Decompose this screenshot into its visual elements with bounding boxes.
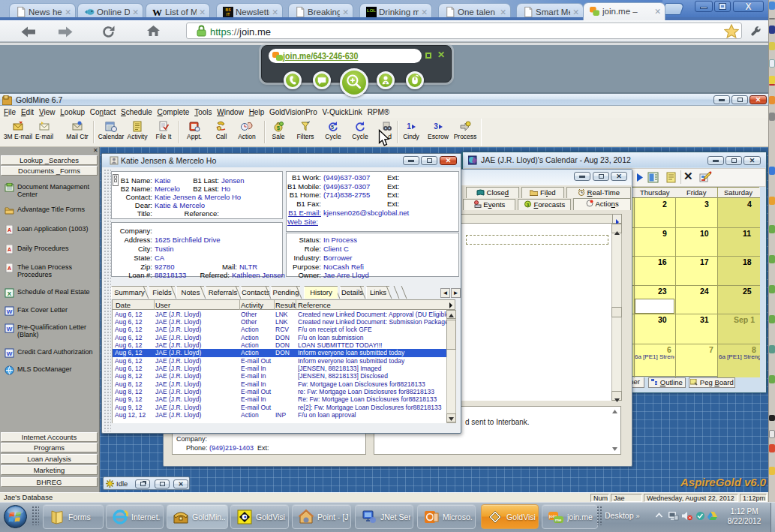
svg-text:A: A <box>8 247 11 252</box>
svg-text:A: A <box>8 266 11 271</box>
svg-text:5: 5 <box>331 125 334 130</box>
svg-text:1: 1 <box>407 122 411 131</box>
svg-text:A: A <box>8 227 11 233</box>
svg-text:3: 3 <box>434 122 438 131</box>
svg-text:me: me <box>555 518 562 522</box>
svg-text:$: $ <box>277 125 281 131</box>
svg-text:X: X <box>8 290 12 297</box>
svg-text:W: W <box>7 326 13 332</box>
svg-text:W: W <box>7 308 13 315</box>
svg-text:W: W <box>7 350 13 357</box>
